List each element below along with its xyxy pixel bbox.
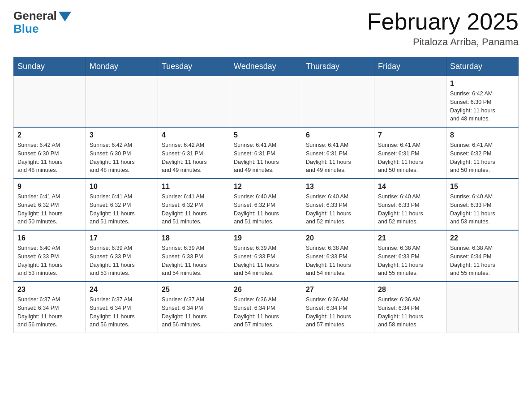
calendar-cell: 26Sunrise: 6:36 AM Sunset: 6:34 PM Dayli… bbox=[230, 282, 302, 333]
calendar-cell bbox=[302, 76, 374, 128]
day-info: Sunrise: 6:40 AM Sunset: 6:32 PM Dayligh… bbox=[234, 193, 298, 226]
day-info: Sunrise: 6:42 AM Sunset: 6:30 PM Dayligh… bbox=[90, 141, 154, 175]
calendar-cell bbox=[14, 76, 86, 128]
logo: General Blue bbox=[13, 9, 71, 36]
day-number: 27 bbox=[306, 286, 370, 294]
calendar-cell: 13Sunrise: 6:40 AM Sunset: 6:33 PM Dayli… bbox=[302, 179, 374, 230]
day-number: 20 bbox=[306, 234, 370, 242]
day-number: 4 bbox=[162, 131, 226, 139]
calendar-cell: 7Sunrise: 6:41 AM Sunset: 6:31 PM Daylig… bbox=[374, 127, 446, 179]
day-info: Sunrise: 6:39 AM Sunset: 6:33 PM Dayligh… bbox=[90, 244, 154, 278]
calendar-cell: 20Sunrise: 6:38 AM Sunset: 6:33 PM Dayli… bbox=[302, 230, 374, 282]
month-title: February 2025 bbox=[367, 9, 519, 34]
day-number: 24 bbox=[90, 286, 154, 294]
day-number: 10 bbox=[90, 183, 154, 191]
calendar-cell: 27Sunrise: 6:36 AM Sunset: 6:34 PM Dayli… bbox=[302, 282, 374, 333]
logo-blue-text: Blue bbox=[13, 22, 39, 36]
day-number: 2 bbox=[17, 131, 82, 139]
page-header: General Blue February 2025 Pitaloza Arri… bbox=[13, 9, 519, 48]
day-info: Sunrise: 6:41 AM Sunset: 6:31 PM Dayligh… bbox=[234, 141, 298, 175]
day-info: Sunrise: 6:36 AM Sunset: 6:34 PM Dayligh… bbox=[234, 295, 298, 329]
calendar-week-row: 9Sunrise: 6:41 AM Sunset: 6:32 PM Daylig… bbox=[14, 179, 519, 230]
day-number: 9 bbox=[17, 183, 82, 191]
day-number: 1 bbox=[450, 80, 515, 88]
day-number: 6 bbox=[306, 131, 370, 139]
day-number: 3 bbox=[90, 131, 154, 139]
day-number: 5 bbox=[234, 131, 298, 139]
day-number: 22 bbox=[450, 234, 515, 242]
day-info: Sunrise: 6:37 AM Sunset: 6:34 PM Dayligh… bbox=[90, 295, 154, 329]
day-info: Sunrise: 6:41 AM Sunset: 6:31 PM Dayligh… bbox=[306, 141, 370, 175]
calendar-cell: 12Sunrise: 6:40 AM Sunset: 6:32 PM Dayli… bbox=[230, 179, 302, 230]
calendar-cell: 21Sunrise: 6:38 AM Sunset: 6:33 PM Dayli… bbox=[374, 230, 446, 282]
day-info: Sunrise: 6:42 AM Sunset: 6:30 PM Dayligh… bbox=[17, 141, 82, 175]
day-info: Sunrise: 6:36 AM Sunset: 6:34 PM Dayligh… bbox=[306, 295, 370, 329]
day-info: Sunrise: 6:38 AM Sunset: 6:33 PM Dayligh… bbox=[378, 244, 442, 278]
calendar-cell: 6Sunrise: 6:41 AM Sunset: 6:31 PM Daylig… bbox=[302, 127, 374, 179]
day-info: Sunrise: 6:39 AM Sunset: 6:33 PM Dayligh… bbox=[234, 244, 298, 278]
calendar-week-row: 2Sunrise: 6:42 AM Sunset: 6:30 PM Daylig… bbox=[14, 127, 519, 179]
day-info: Sunrise: 6:41 AM Sunset: 6:31 PM Dayligh… bbox=[378, 141, 442, 175]
calendar-header-row: SundayMondayTuesdayWednesdayThursdayFrid… bbox=[14, 57, 519, 76]
day-info: Sunrise: 6:42 AM Sunset: 6:30 PM Dayligh… bbox=[450, 90, 515, 123]
calendar-week-row: 23Sunrise: 6:37 AM Sunset: 6:34 PM Dayli… bbox=[14, 282, 519, 333]
calendar-cell: 3Sunrise: 6:42 AM Sunset: 6:30 PM Daylig… bbox=[86, 127, 158, 179]
day-info: Sunrise: 6:36 AM Sunset: 6:34 PM Dayligh… bbox=[378, 295, 442, 329]
title-area: February 2025 Pitaloza Arriba, Panama bbox=[367, 9, 519, 48]
day-number: 12 bbox=[234, 183, 298, 191]
calendar-cell: 8Sunrise: 6:41 AM Sunset: 6:32 PM Daylig… bbox=[446, 127, 519, 179]
calendar-cell: 14Sunrise: 6:40 AM Sunset: 6:33 PM Dayli… bbox=[374, 179, 446, 230]
day-info: Sunrise: 6:38 AM Sunset: 6:34 PM Dayligh… bbox=[450, 244, 515, 278]
day-number: 23 bbox=[17, 286, 82, 294]
calendar-cell: 23Sunrise: 6:37 AM Sunset: 6:34 PM Dayli… bbox=[14, 282, 86, 333]
day-info: Sunrise: 6:37 AM Sunset: 6:34 PM Dayligh… bbox=[17, 295, 82, 329]
calendar-header-friday: Friday bbox=[374, 57, 446, 76]
calendar-cell: 4Sunrise: 6:42 AM Sunset: 6:31 PM Daylig… bbox=[158, 127, 230, 179]
day-number: 15 bbox=[450, 183, 515, 191]
day-number: 28 bbox=[378, 286, 442, 294]
calendar-header-tuesday: Tuesday bbox=[158, 57, 230, 76]
day-info: Sunrise: 6:41 AM Sunset: 6:32 PM Dayligh… bbox=[17, 193, 82, 226]
day-info: Sunrise: 6:41 AM Sunset: 6:32 PM Dayligh… bbox=[162, 193, 226, 226]
calendar-header-monday: Monday bbox=[86, 57, 158, 76]
calendar-cell: 1Sunrise: 6:42 AM Sunset: 6:30 PM Daylig… bbox=[446, 76, 519, 128]
day-number: 16 bbox=[17, 234, 82, 242]
calendar-cell: 16Sunrise: 6:40 AM Sunset: 6:33 PM Dayli… bbox=[14, 230, 86, 282]
calendar-header-saturday: Saturday bbox=[446, 57, 519, 76]
calendar-cell: 9Sunrise: 6:41 AM Sunset: 6:32 PM Daylig… bbox=[14, 179, 86, 230]
day-number: 26 bbox=[234, 286, 298, 294]
calendar-cell: 24Sunrise: 6:37 AM Sunset: 6:34 PM Dayli… bbox=[86, 282, 158, 333]
day-number: 18 bbox=[162, 234, 226, 242]
day-info: Sunrise: 6:39 AM Sunset: 6:33 PM Dayligh… bbox=[162, 244, 226, 278]
calendar-cell bbox=[446, 282, 519, 333]
calendar-cell bbox=[374, 76, 446, 128]
calendar-cell: 28Sunrise: 6:36 AM Sunset: 6:34 PM Dayli… bbox=[374, 282, 446, 333]
day-number: 13 bbox=[306, 183, 370, 191]
day-info: Sunrise: 6:42 AM Sunset: 6:31 PM Dayligh… bbox=[162, 141, 226, 175]
calendar-header-sunday: Sunday bbox=[14, 57, 86, 76]
day-number: 19 bbox=[234, 234, 298, 242]
calendar-cell: 2Sunrise: 6:42 AM Sunset: 6:30 PM Daylig… bbox=[14, 127, 86, 179]
location-title: Pitaloza Arriba, Panama bbox=[367, 36, 519, 48]
calendar-cell bbox=[86, 76, 158, 128]
day-number: 21 bbox=[378, 234, 442, 242]
calendar-cell: 5Sunrise: 6:41 AM Sunset: 6:31 PM Daylig… bbox=[230, 127, 302, 179]
calendar-cell: 25Sunrise: 6:37 AM Sunset: 6:34 PM Dayli… bbox=[158, 282, 230, 333]
calendar-week-row: 1Sunrise: 6:42 AM Sunset: 6:30 PM Daylig… bbox=[14, 76, 519, 128]
day-info: Sunrise: 6:40 AM Sunset: 6:33 PM Dayligh… bbox=[306, 193, 370, 226]
day-info: Sunrise: 6:38 AM Sunset: 6:33 PM Dayligh… bbox=[306, 244, 370, 278]
calendar-header-thursday: Thursday bbox=[302, 57, 374, 76]
calendar-cell: 10Sunrise: 6:41 AM Sunset: 6:32 PM Dayli… bbox=[86, 179, 158, 230]
day-info: Sunrise: 6:40 AM Sunset: 6:33 PM Dayligh… bbox=[378, 193, 442, 226]
day-info: Sunrise: 6:41 AM Sunset: 6:32 PM Dayligh… bbox=[450, 141, 515, 175]
calendar-cell: 22Sunrise: 6:38 AM Sunset: 6:34 PM Dayli… bbox=[446, 230, 519, 282]
calendar-cell: 17Sunrise: 6:39 AM Sunset: 6:33 PM Dayli… bbox=[86, 230, 158, 282]
calendar-cell: 15Sunrise: 6:40 AM Sunset: 6:33 PM Dayli… bbox=[446, 179, 519, 230]
logo-triangle-icon bbox=[59, 12, 71, 21]
day-number: 7 bbox=[378, 131, 442, 139]
day-info: Sunrise: 6:41 AM Sunset: 6:32 PM Dayligh… bbox=[90, 193, 154, 226]
day-number: 14 bbox=[378, 183, 442, 191]
day-info: Sunrise: 6:40 AM Sunset: 6:33 PM Dayligh… bbox=[17, 244, 82, 278]
calendar-header-wednesday: Wednesday bbox=[230, 57, 302, 76]
calendar-cell bbox=[230, 76, 302, 128]
